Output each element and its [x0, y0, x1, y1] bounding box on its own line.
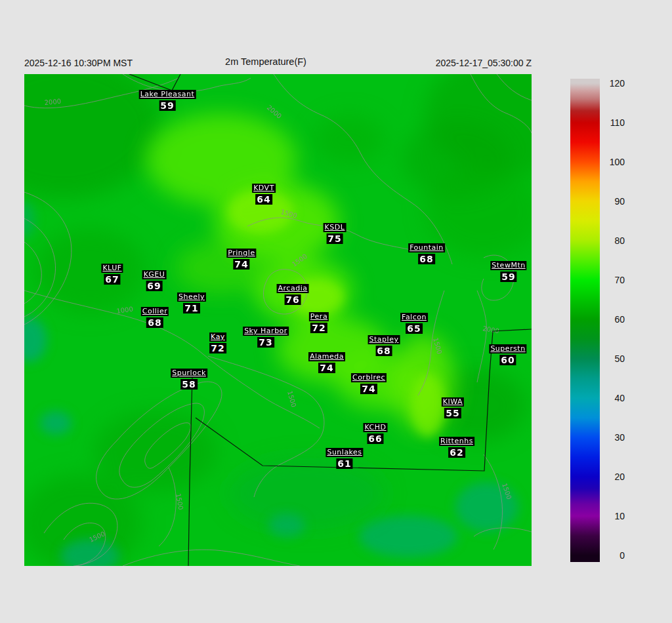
- station-value: 64: [255, 194, 272, 205]
- station-value: 74: [318, 363, 335, 373]
- colorbar-tick-label: 90: [604, 196, 625, 207]
- station-labels-layer: Lake Pleasant59KDVT64KSDL75Fountain68Ste…: [24, 74, 532, 566]
- station-kdvt: KDVT64: [252, 184, 276, 205]
- station-kchd: KCHD66: [363, 423, 387, 444]
- station-superstn: Superstn60: [489, 344, 526, 365]
- station-name: Superstn: [489, 344, 526, 353]
- station-name: Pera: [309, 312, 329, 321]
- station-value: 58: [180, 379, 197, 390]
- station-value: 69: [146, 281, 162, 291]
- station-name: Arcadia: [277, 284, 309, 293]
- colorbar-tick-labels: 0102030405060708090100110120: [604, 79, 625, 562]
- station-value: 62: [448, 447, 465, 458]
- colorbar-tick-label: 80: [604, 235, 625, 246]
- station-spurlock: Spurlock58: [171, 369, 207, 390]
- station-name: KLUF: [101, 264, 123, 273]
- colorbar-tick-label: 110: [604, 117, 625, 128]
- station-sheely: Sheely71: [177, 292, 206, 313]
- station-name: Spurlock: [171, 369, 207, 378]
- colorbar-tick-label: 10: [604, 511, 625, 521]
- station-name: Stapley: [368, 335, 400, 344]
- colorbar-tick-label: 60: [604, 314, 625, 325]
- station-name: Rittenhs: [439, 437, 474, 446]
- temperature-colorbar: [570, 79, 600, 562]
- station-value: 72: [209, 343, 226, 353]
- station-name: Corblrec: [351, 373, 387, 382]
- station-falcon: Falcon65: [400, 313, 428, 334]
- station-name: Kay: [209, 332, 226, 342]
- station-value: 73: [257, 337, 274, 348]
- colorbar-tick-label: 30: [604, 432, 625, 443]
- station-value: 72: [310, 323, 327, 333]
- station-value: 75: [326, 233, 343, 244]
- colorbar-tick-label: 100: [604, 157, 625, 167]
- station-name: Lake Pleasant: [139, 90, 196, 99]
- station-rittenhs: Rittenhs62: [439, 437, 474, 458]
- colorbar-tick-label: 70: [604, 275, 625, 285]
- station-stewmtn: StewMtn59: [490, 261, 526, 282]
- station-name: KGEU: [142, 270, 167, 279]
- station-value: 60: [499, 355, 516, 365]
- colorbar-tick-label: 20: [604, 472, 625, 482]
- station-fountain: Fountain68: [408, 243, 445, 264]
- station-name: Collier: [141, 307, 169, 316]
- station-pringle: Pringle74: [226, 249, 256, 270]
- station-arcadia: Arcadia76: [277, 284, 309, 305]
- station-name: Fountain: [408, 243, 445, 252]
- station-lake-pleasant: Lake Pleasant59: [139, 90, 196, 111]
- colorbar-tick-label: 120: [604, 78, 625, 89]
- station-kgeu: KGEU69: [142, 270, 167, 291]
- station-name: Pringle: [226, 249, 256, 258]
- colorbar-tick-label: 0: [604, 550, 625, 561]
- station-name: Sunlakes: [326, 448, 363, 457]
- valid-time-utc: 2025-12-17_05:30:00 Z: [24, 58, 532, 68]
- station-value: 74: [360, 384, 377, 394]
- station-value: 74: [233, 259, 249, 270]
- station-value: 68: [375, 346, 392, 356]
- station-name: KDVT: [252, 184, 276, 193]
- station-value: 67: [104, 274, 120, 285]
- station-name: Sheely: [177, 292, 206, 302]
- station-ksdl: KSDL75: [324, 223, 346, 244]
- station-value: 59: [159, 100, 175, 111]
- station-name: KSDL: [324, 223, 346, 232]
- station-stapley: Stapley68: [368, 335, 400, 356]
- station-sunlakes: Sunlakes61: [326, 448, 363, 469]
- station-value: 61: [336, 458, 352, 469]
- station-pera: Pera72: [309, 312, 329, 333]
- station-value: 76: [284, 294, 301, 305]
- station-value: 55: [444, 408, 461, 418]
- station-collier: Collier68: [141, 307, 169, 328]
- temperature-map: 2000200015001500100015002000150015001500…: [24, 74, 532, 566]
- station-value: 59: [500, 271, 516, 282]
- station-alameda: Alameda74: [308, 352, 345, 373]
- station-value: 65: [406, 323, 422, 334]
- station-name: Falcon: [400, 313, 428, 322]
- station-value: 68: [418, 254, 434, 264]
- colorbar-tick-label: 40: [604, 393, 625, 403]
- station-value: 66: [367, 433, 383, 444]
- station-name: Alameda: [308, 352, 345, 361]
- station-kluf: KLUF67: [101, 264, 123, 285]
- station-name: Sky Harbor: [243, 327, 289, 336]
- station-kiwa: KIWA55: [442, 397, 464, 418]
- station-value: 71: [183, 303, 200, 313]
- station-name: KCHD: [363, 423, 387, 432]
- colorbar-tick-label: 50: [604, 353, 625, 364]
- station-name: StewMtn: [490, 261, 526, 270]
- station-sky-harbor: Sky Harbor73: [243, 327, 289, 348]
- station-value: 68: [146, 317, 163, 328]
- station-kay: Kay72: [209, 332, 226, 353]
- station-corblrec: Corblrec74: [351, 373, 387, 394]
- station-name: KIWA: [442, 397, 464, 407]
